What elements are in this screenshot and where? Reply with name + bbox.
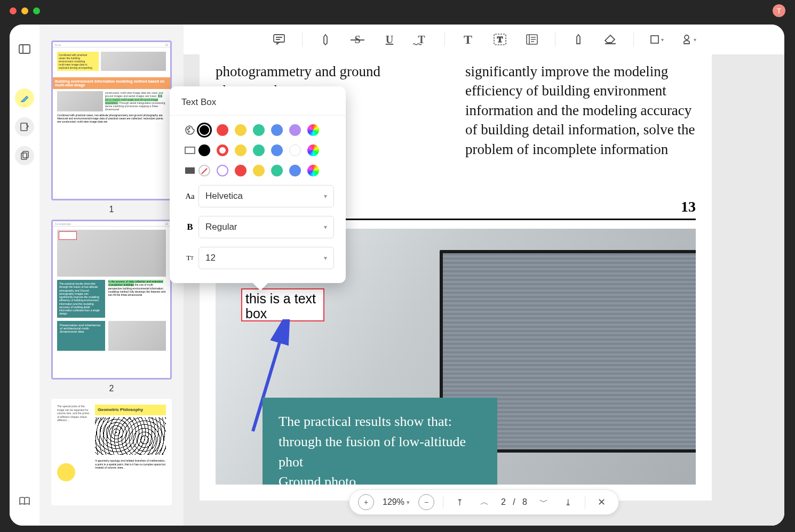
svg-point-18 <box>685 35 689 39</box>
thumbnails-panel[interactable]: It.s a12 Combined with practicalcases th… <box>39 25 184 526</box>
border-color-custom[interactable] <box>307 144 319 156</box>
svg-rect-23 <box>185 147 195 154</box>
svg-point-20 <box>187 129 188 130</box>
thumb3-title: Geometric Philosophy <box>95 405 166 415</box>
border-color-white[interactable] <box>289 144 301 156</box>
pages-tool-icon[interactable] <box>15 146 34 165</box>
font-family-row: Aa Helvetica <box>181 185 334 207</box>
border-color-red-selected[interactable] <box>217 144 228 156</box>
fill-icon <box>181 167 198 174</box>
svg-rect-6 <box>274 35 284 42</box>
font-weight-select[interactable]: Regular <box>198 216 334 238</box>
textbox-tool-icon[interactable]: T <box>491 30 509 49</box>
shape-icon[interactable]: ▾ <box>648 30 666 49</box>
font-family-select[interactable]: Helvetica <box>198 185 334 207</box>
squiggly-icon[interactable]: T <box>412 30 431 49</box>
svg-point-21 <box>189 127 190 128</box>
text-color-yellow[interactable] <box>235 124 247 136</box>
fill-custom[interactable] <box>307 165 319 176</box>
reading-mode-icon[interactable] <box>15 491 34 511</box>
eraser-icon[interactable] <box>601 30 619 49</box>
textbox-properties-popup: Text Box <box>170 86 346 283</box>
comment-icon[interactable] <box>270 30 288 49</box>
svg-rect-0 <box>19 45 30 53</box>
text-color-purple[interactable] <box>289 124 301 136</box>
page1-col2: significantly improve the modeling effic… <box>465 62 696 179</box>
pen-icon[interactable] <box>316 30 335 49</box>
font-size-select[interactable]: 12 <box>198 247 334 269</box>
fill-blue[interactable] <box>289 165 301 176</box>
stamp-icon[interactable]: ▾ <box>680 30 698 49</box>
text-color-custom[interactable] <box>307 124 319 136</box>
text-color-green[interactable] <box>253 124 265 136</box>
font-weight-icon: B <box>181 222 198 232</box>
thumb-item-2[interactable]: It.s a text box13 The practical results … <box>51 220 172 393</box>
font-size-icon: TT <box>181 254 198 262</box>
text-icon[interactable]: T <box>459 30 477 49</box>
text-color-black[interactable] <box>198 124 210 136</box>
left-rail <box>10 25 39 526</box>
page2-teal-text: The practical results show that: through… <box>263 398 497 485</box>
titlebar: T <box>0 0 795 21</box>
maximize-window-button[interactable] <box>33 7 40 14</box>
border-color-blue[interactable] <box>271 144 283 156</box>
close-window-button[interactable] <box>10 7 17 14</box>
thumb-item-3[interactable]: The special prize of the image can be re… <box>51 399 172 505</box>
text-color-blue[interactable] <box>271 124 283 136</box>
zoom-out-button[interactable]: − <box>418 494 434 510</box>
highlighter-tool-icon[interactable] <box>15 88 34 108</box>
fill-purple[interactable] <box>217 165 228 176</box>
border-color-row <box>181 144 334 156</box>
underline-icon[interactable]: U <box>380 30 399 49</box>
annotate-tool-icon[interactable] <box>15 117 34 136</box>
svg-text:T: T <box>497 35 503 44</box>
fill-color-row <box>181 165 334 176</box>
thumb-number: 1 <box>51 205 172 214</box>
fill-none[interactable] <box>198 165 210 176</box>
svg-rect-24 <box>185 167 195 174</box>
font-weight-row: B Regular <box>181 216 334 238</box>
page-indicator[interactable]: 2 / 8 <box>501 497 527 507</box>
annotation-toolbar: S U T T T ▾ ▾ <box>184 25 784 54</box>
thumb-item-1[interactable]: It.s a12 Combined with practicalcases th… <box>51 41 172 214</box>
strikethrough-icon[interactable]: S <box>348 30 367 49</box>
svg-rect-4 <box>23 151 28 158</box>
minimize-window-button[interactable] <box>21 7 28 14</box>
first-page-button[interactable]: ⤒ <box>452 494 468 510</box>
close-controls-button[interactable]: ✕ <box>594 494 610 510</box>
svg-point-22 <box>188 131 189 132</box>
palette-icon <box>181 125 198 135</box>
fill-green[interactable] <box>271 165 283 176</box>
traffic-lights <box>10 7 40 14</box>
thumb-number: 2 <box>51 384 172 393</box>
crayon-icon[interactable] <box>569 30 587 49</box>
note-icon[interactable] <box>523 30 541 49</box>
thumb2-title: Preservation and inheritance of architec… <box>57 321 105 351</box>
svg-rect-17 <box>651 36 658 43</box>
text-color-row <box>181 124 334 136</box>
border-icon <box>181 147 198 154</box>
next-page-button[interactable]: ﹀ <box>536 494 552 510</box>
page-controls: + 129%▾ − ⤒ ︿ 2 / 8 ﹀ ⤓ ✕ <box>349 489 619 515</box>
thumb1-title: Building environment information modelin… <box>53 77 170 89</box>
svg-rect-3 <box>21 153 27 159</box>
user-avatar[interactable]: T <box>773 4 785 17</box>
zoom-level[interactable]: 129%▾ <box>383 497 410 507</box>
fill-red[interactable] <box>235 165 247 176</box>
border-color-green[interactable] <box>253 144 265 156</box>
font-family-icon: Aa <box>181 192 198 201</box>
font-size-row: TT 12 <box>181 247 334 269</box>
app-frame: It.s a12 Combined with practicalcases th… <box>10 25 784 526</box>
prev-page-button[interactable]: ︿ <box>476 494 492 510</box>
zoom-in-button[interactable]: + <box>358 494 374 510</box>
text-color-red[interactable] <box>217 124 228 136</box>
last-page-button[interactable]: ⤓ <box>560 494 576 510</box>
sidebar-toggle-icon[interactable] <box>15 39 34 59</box>
border-color-black[interactable] <box>198 144 210 156</box>
fill-yellow[interactable] <box>253 165 265 176</box>
border-color-yellow[interactable] <box>235 144 247 156</box>
textbox-annotation[interactable]: this is a text box <box>241 288 324 321</box>
popup-title: Text Box <box>170 97 346 116</box>
